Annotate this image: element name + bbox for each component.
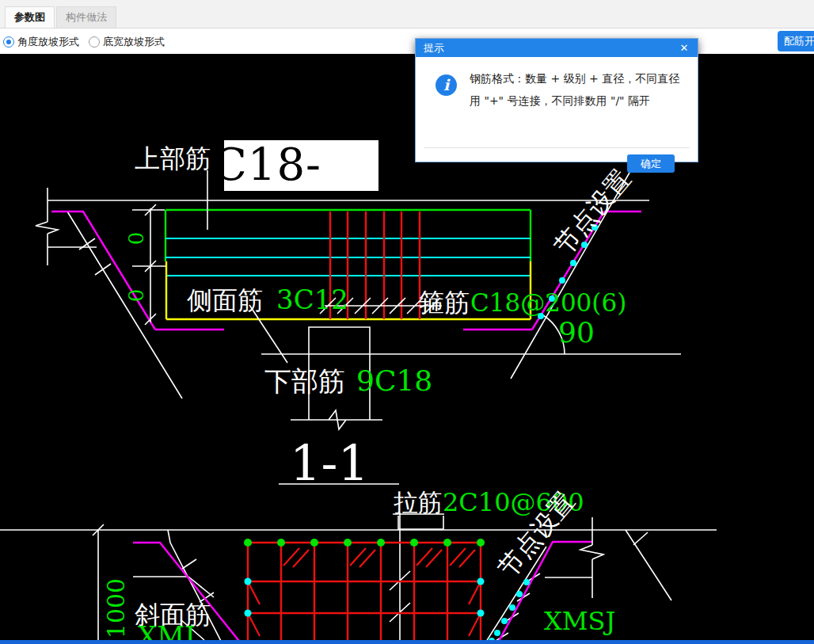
stirrup-label: 箍筋 xyxy=(419,288,470,318)
bottom-rebar-label: 下部筋 xyxy=(264,365,345,397)
dim-1000: 1000 xyxy=(102,578,130,638)
side-rebar-value: 3C12 xyxy=(276,284,348,315)
radio-unselected-icon xyxy=(89,36,100,48)
slope-rebar-code: XMJ xyxy=(138,620,196,640)
section-title: 1-1 xyxy=(290,434,369,492)
dim-zero-upper: 0 xyxy=(124,232,148,246)
dialog-body: i 钢筋格式：数量 + 级别 + 直径，不同直径 用 "+" 号连接，不同排数用… xyxy=(416,57,698,162)
dialog-titlebar[interactable]: 提示 ✕ xyxy=(416,39,698,57)
bottom-rebar-value: 9C18 xyxy=(356,364,432,397)
top-rebar-value-text: C18-150 xyxy=(224,140,378,191)
top-rebar-label: 上部筋 xyxy=(135,143,211,173)
tab-component-method[interactable]: 构件做法 xyxy=(56,6,116,28)
rebar-config-button[interactable]: 配筋开 xyxy=(778,31,814,51)
tab-parameter-diagram[interactable]: 参数图 xyxy=(5,6,55,28)
radio-bottom-width-slope-label: 底宽放坡形式 xyxy=(103,35,165,49)
tab-strip: 参数图 构件做法 xyxy=(0,0,814,29)
tie-bar-label: 拉筋 xyxy=(394,488,443,516)
radio-angle-slope[interactable]: 角度放坡形式 xyxy=(3,35,79,49)
app-window: 参数图 构件做法 角度放坡形式 底宽放坡形式 配筋开 xyxy=(0,0,814,644)
side-rebar-label: 侧面筋 xyxy=(187,285,263,315)
radio-angle-slope-label: 角度放坡形式 xyxy=(17,35,79,49)
dialog-title-text: 提示 xyxy=(424,42,444,54)
close-icon[interactable]: ✕ xyxy=(677,39,691,57)
ok-button[interactable]: 确定 xyxy=(627,154,675,173)
radio-selected-icon xyxy=(3,36,14,48)
dialog-message-line1: 钢筋格式：数量 + 级别 + 直径，不同直径 xyxy=(470,67,690,90)
radio-bottom-width-slope[interactable]: 底宽放坡形式 xyxy=(89,35,165,49)
dialog-message-line2: 用 "+" 号连接，不同排数用 "/" 隔开 xyxy=(470,90,690,112)
prompt-dialog: 提示 ✕ i 钢筋格式：数量 + 级别 + 直径，不同直径 用 "+" 号连接，… xyxy=(415,38,698,162)
dialog-message: 钢筋格式：数量 + 级别 + 直径，不同直径 用 "+" 号连接，不同排数用 "… xyxy=(470,67,690,112)
top-rebar-value-input[interactable]: C18-150 xyxy=(224,140,378,191)
stirrup-value: C18@200(6) xyxy=(470,288,626,317)
slope-rebar-code-right: XMSJ xyxy=(544,606,615,636)
slope-angle-value: 90 xyxy=(558,316,595,349)
dialog-divider xyxy=(424,147,690,148)
dim-zero-lower: 0 xyxy=(124,289,148,303)
status-strip xyxy=(0,640,814,644)
info-icon: i xyxy=(436,74,457,96)
